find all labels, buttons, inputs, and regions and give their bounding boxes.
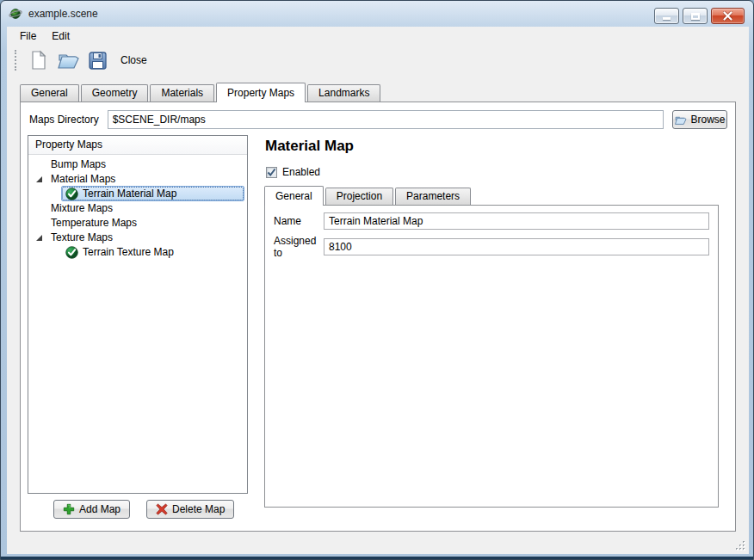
- new-file-button[interactable]: [26, 47, 52, 73]
- maps-directory-row: Maps Directory Browse: [29, 109, 727, 130]
- tree-item-material-maps[interactable]: Material Maps: [28, 172, 247, 187]
- map-check-icon: [65, 188, 78, 200]
- client-area: FileEdit: [7, 27, 749, 554]
- maps-directory-label: Maps Directory: [29, 114, 99, 126]
- open-file-button[interactable]: [55, 47, 81, 73]
- tab-property-maps[interactable]: Property Maps: [216, 83, 306, 102]
- app-planet-icon: [9, 7, 22, 21]
- fields-container: NameAssigned to: [274, 212, 709, 259]
- minimize-icon: [663, 17, 671, 20]
- delete-x-icon: [156, 503, 168, 515]
- save-icon: [88, 51, 108, 71]
- tree-body: Bump MapsMaterial MapsTerrain Material M…: [28, 155, 247, 260]
- maximize-icon: [691, 13, 700, 20]
- menu-file[interactable]: File: [12, 27, 44, 46]
- detail-tab-projection[interactable]: Projection: [325, 188, 393, 205]
- minimize-button[interactable]: [654, 8, 679, 24]
- detail-tab-parameters[interactable]: Parameters: [395, 188, 471, 205]
- close-icon: [723, 11, 732, 21]
- browse-folder-icon: [674, 114, 687, 126]
- tree-item-label: Terrain Material Map: [83, 187, 176, 201]
- check-mark-icon: [267, 168, 276, 177]
- new-file-icon: [29, 50, 48, 71]
- maps-directory-input[interactable]: [108, 110, 664, 129]
- map-check-icon: [65, 246, 78, 259]
- toolbar-drag-handle[interactable]: [15, 50, 17, 71]
- detail-tab-general[interactable]: General: [264, 186, 324, 206]
- expander-icon[interactable]: [36, 235, 42, 241]
- tree-item-terrain-texture-map[interactable]: Terrain Texture Map: [28, 245, 247, 260]
- tree-item-terrain-material-map[interactable]: Terrain Material Map: [28, 187, 247, 201]
- app-window: example.scene FileEdit: [0, 0, 754, 560]
- tree-item-bump-maps[interactable]: Bump Maps: [28, 157, 247, 172]
- browse-button[interactable]: Browse: [672, 110, 727, 129]
- add-map-button[interactable]: Add Map: [53, 500, 130, 519]
- close-scene-button[interactable]: Close: [114, 50, 154, 71]
- detail-title: Material Map: [265, 138, 354, 155]
- tree-item-label: Temperature Maps: [51, 216, 137, 231]
- property-maps-tree: Property Maps Bump MapsMaterial MapsTerr…: [28, 135, 248, 494]
- detail-tabs: GeneralProjectionParameters: [264, 186, 473, 206]
- toolbar: Close: [7, 46, 749, 75]
- expander-icon[interactable]: [36, 176, 42, 182]
- field-row-assigned-to: Assigned to: [274, 235, 709, 259]
- tree-item-label: Terrain Texture Map: [83, 245, 174, 260]
- delete-map-label: Delete Map: [172, 503, 225, 515]
- tree-item-label: Bump Maps: [51, 157, 106, 172]
- tree-item-texture-maps[interactable]: Texture Maps: [28, 231, 247, 245]
- tree-item-temperature-maps[interactable]: Temperature Maps: [28, 216, 247, 231]
- property-maps-page: Maps Directory Browse Property Maps Bump…: [20, 102, 736, 532]
- name-input[interactable]: [324, 212, 709, 230]
- detail-tab-content: NameAssigned to: [264, 205, 719, 508]
- field-row-name: Name: [274, 212, 709, 230]
- enabled-checkbox-row[interactable]: Enabled: [266, 166, 320, 178]
- main-tabs: GeneralGeometryMaterialsProperty MapsLan…: [20, 83, 382, 102]
- add-plus-icon: [63, 503, 75, 515]
- tree-item-label: Material Maps: [51, 172, 115, 187]
- resize-grip-icon: [734, 539, 746, 551]
- browse-button-label: Browse: [690, 114, 725, 126]
- menubar: FileEdit: [7, 27, 749, 46]
- save-file-button[interactable]: [84, 47, 110, 73]
- window-title: example.scene: [28, 8, 98, 20]
- tree-item-label: Mixture Maps: [51, 201, 113, 216]
- maximize-button[interactable]: [683, 8, 708, 24]
- menu-edit[interactable]: Edit: [44, 27, 77, 46]
- titlebar[interactable]: example.scene: [1, 1, 753, 27]
- add-map-label: Add Map: [79, 503, 121, 515]
- assigned-to-input[interactable]: [324, 238, 709, 255]
- tree-item-label: Texture Maps: [51, 231, 113, 245]
- resize-grip[interactable]: [734, 539, 746, 551]
- open-folder-icon: [57, 50, 79, 71]
- close-window-button[interactable]: [711, 8, 745, 24]
- tab-materials[interactable]: Materials: [150, 84, 214, 102]
- tree-header: Property Maps: [28, 136, 247, 155]
- enabled-label: Enabled: [282, 166, 320, 178]
- window-controls: [654, 8, 745, 24]
- delete-map-button[interactable]: Delete Map: [146, 500, 234, 519]
- tab-geometry[interactable]: Geometry: [81, 84, 149, 102]
- tab-landmarks[interactable]: Landmarks: [307, 84, 380, 102]
- field-label-name: Name: [274, 215, 324, 227]
- tree-item-mixture-maps[interactable]: Mixture Maps: [28, 201, 247, 216]
- tab-general[interactable]: General: [20, 84, 79, 102]
- field-label-assigned-to: Assigned to: [274, 235, 324, 259]
- enabled-checkbox[interactable]: [266, 167, 277, 178]
- window-bottom-edge: [1, 557, 753, 559]
